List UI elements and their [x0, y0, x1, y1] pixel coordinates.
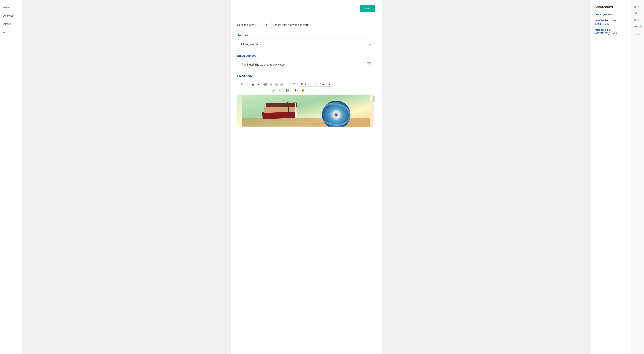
cursor-indicator: | — [264, 24, 264, 26]
align-center-button[interactable] — [268, 82, 274, 86]
edit-icon-2[interactable]: ✏ — [637, 18, 640, 22]
svg-rect-9 — [270, 84, 272, 84]
shortcodes-title: Shortcodes — [594, 5, 626, 9]
link-button[interactable] — [271, 88, 276, 93]
right-mail-item-3: ✉ ✏ — [634, 33, 641, 36]
svg-rect-23 — [289, 85, 290, 85]
unordered-list-button[interactable] — [292, 82, 297, 86]
svg-rect-5 — [264, 84, 266, 84]
align-left-button[interactable] — [263, 82, 268, 86]
ordered-list-button[interactable]: 1. 2. — [286, 82, 292, 86]
mail-icon: ✉ — [634, 5, 636, 9]
italic-button[interactable]: I — [245, 82, 250, 87]
toolbar-divider-3 — [298, 82, 298, 86]
toolbar-row-1: B I U S — [240, 82, 372, 87]
svg-rect-13 — [276, 84, 278, 84]
svg-rect-17 — [280, 84, 283, 84]
svg-rect-3 — [368, 65, 370, 65]
align-center-icon — [270, 83, 272, 85]
svg-rect-25 — [294, 83, 296, 84]
svg-rect-11 — [270, 85, 272, 85]
send-to-section: Send to All Registrants ··· — [237, 34, 375, 49]
justify-button[interactable] — [279, 82, 284, 86]
svg-rect-14 — [275, 84, 278, 85]
underline-button[interactable]: U — [250, 82, 256, 87]
svg-rect-27 — [294, 85, 296, 85]
svg-rect-18 — [280, 84, 283, 85]
send-to-options-button[interactable]: ··· — [368, 42, 371, 46]
svg-point-49 — [335, 114, 337, 116]
subject-shortcode-button[interactable] — [367, 62, 371, 67]
shortcode-first-name-code[interactable]: {FIRST_NAME} — [594, 13, 626, 16]
svg-rect-8 — [270, 83, 272, 83]
bg-color-button[interactable]: A ▼ — [300, 88, 307, 93]
unordered-list-icon — [293, 83, 296, 85]
sms-label-row: SMS — [634, 25, 641, 28]
email-subject-section: Email subject [Reminder] The webinar rep… — [237, 54, 375, 69]
email-body-title: Email body — [237, 74, 375, 78]
svg-rect-10 — [270, 84, 272, 85]
shortcode-last-name-code[interactable]: {LAST_NAME} — [594, 22, 626, 25]
justify-icon — [280, 83, 283, 85]
subject-box[interactable]: [Reminder] The webinar replay video — [237, 60, 375, 69]
svg-rect-15 — [276, 85, 278, 85]
top-bar: Save — [237, 5, 375, 12]
right-mail-item: ✉ ✏ — [634, 5, 641, 9]
svg-rect-6 — [264, 84, 267, 85]
align-right-button[interactable] — [274, 82, 279, 86]
send-timing-prefix: Send this email — [237, 23, 256, 26]
sidebar-item-webinars[interactable]: binars — [0, 3, 22, 11]
link-icon — [272, 89, 275, 92]
add-link[interactable]: Add — [634, 12, 641, 15]
strikethrough-button[interactable]: S — [256, 82, 261, 87]
save-button[interactable]: Save — [360, 5, 375, 12]
insert-image-button[interactable] — [285, 88, 290, 93]
shortcode-item-first-name: {FIRST_NAME} — [594, 13, 626, 16]
page-wrapper: binars Analytics istrants g Save Send th… — [0, 0, 644, 354]
shortcodes-panel: Shortcodes {FIRST_NAME} Attendee last na… — [590, 0, 630, 354]
editor-toolbar: B I U S — [237, 80, 375, 95]
shortcode-last-name-label: Attendee last name — [594, 19, 626, 22]
right-sidebar: ✉ ✏ Add ✉ ✏ SMS ✉ ✏ — [630, 0, 644, 354]
align-right-icon — [275, 83, 278, 85]
svg-rect-21 — [289, 83, 290, 84]
svg-text:2.: 2. — [288, 84, 288, 85]
unlink-button[interactable] — [277, 88, 282, 93]
shortcode-icon — [367, 62, 371, 66]
email-image-area — [238, 95, 375, 127]
sms-row: ✉ ✏ — [634, 18, 641, 22]
svg-rect-32 — [242, 118, 370, 127]
unlink-icon — [278, 89, 281, 92]
email-illustration — [238, 95, 375, 127]
sidebar-item-analytics[interactable]: Analytics — [0, 11, 22, 20]
size-select[interactable]: Size — [318, 82, 331, 87]
edit-icon-3[interactable]: ✏ — [637, 33, 640, 36]
edit-icon[interactable]: ✏ — [637, 5, 640, 8]
toolbar-row-2: A ▼ A ▼ — [240, 88, 372, 93]
font-color-button[interactable]: A ▼ — [293, 88, 300, 93]
svg-rect-7 — [264, 85, 266, 85]
svg-rect-2 — [368, 64, 370, 64]
hours-spinner[interactable]: ▲ ▼ — [266, 23, 267, 27]
shortcode-email-label: Attendee email — [594, 28, 626, 31]
send-to-box[interactable]: All Registrants ··· — [237, 39, 375, 49]
sidebar-item-registrants[interactable]: istrants — [0, 20, 22, 28]
subject-value: [Reminder] The webinar replay video — [241, 63, 284, 66]
shortcode-email-code[interactable]: {ATTENDEE_EMAIL} — [594, 32, 626, 34]
email-subject-title: Email subject — [237, 54, 375, 57]
bold-button[interactable]: B — [240, 82, 245, 87]
send-timing-row: Send this email 48 | ▲ ▼ hours after the… — [237, 22, 375, 28]
align-left-icon — [264, 83, 267, 85]
svg-rect-16 — [280, 83, 283, 83]
shortcode-item-last-name: Attendee last name {LAST_NAME} — [594, 19, 626, 25]
svg-rect-12 — [275, 83, 278, 83]
mail-icon-3: ✉ — [634, 33, 636, 36]
send-to-value: All Registrants — [241, 43, 258, 46]
sidebar-item-other[interactable]: g — [0, 28, 22, 36]
svg-point-26 — [293, 84, 294, 85]
font-select[interactable]: Font — [299, 82, 318, 87]
ordered-list-icon: 1. 2. — [288, 83, 290, 85]
toolbar-divider-4 — [284, 89, 284, 92]
hours-input-box[interactable]: 48 | ▲ ▼ — [258, 22, 272, 28]
editor-content[interactable] — [237, 95, 375, 128]
